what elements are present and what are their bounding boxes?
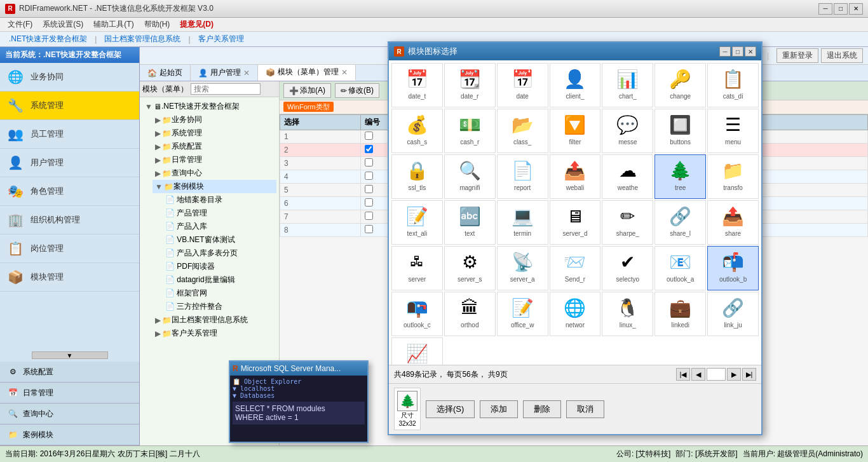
sidebar-item-system[interactable]: 🔧 系统管理 bbox=[0, 92, 139, 120]
tab-land[interactable]: 国土档案管理信息系统 bbox=[98, 32, 187, 46]
add-icon-btn[interactable]: 添加 bbox=[480, 400, 518, 418]
icon-orthod[interactable]: 🏛orthod bbox=[444, 292, 496, 336]
maximize-btn[interactable]: □ bbox=[834, 3, 848, 15]
tab-user-close[interactable]: ✕ bbox=[243, 69, 250, 78]
icon-cash-s[interactable]: 💰cash_s bbox=[391, 109, 443, 153]
icon-date[interactable]: 📅date bbox=[497, 63, 548, 107]
tree-case-child-1[interactable]: 📄 地错案卷目录 bbox=[163, 193, 276, 207]
icon-terminal[interactable]: 💻termin bbox=[497, 200, 548, 245]
row-6-check[interactable] bbox=[365, 198, 373, 207]
icon-link-ju[interactable]: 🔗link_ju bbox=[707, 292, 759, 336]
tree-query[interactable]: ▶📁查询中心 bbox=[153, 166, 276, 180]
page-last[interactable]: ▶| bbox=[742, 368, 756, 381]
icon-class[interactable]: 📂class_ bbox=[497, 109, 548, 153]
row-1-check[interactable] bbox=[365, 132, 373, 140]
sidebar-item-employee[interactable]: 👥 员工管理 bbox=[0, 120, 139, 149]
tree-collaboration[interactable]: ▶📁业务协同 bbox=[153, 113, 276, 126]
tree-root[interactable]: ▼ 🖥 .NET快速开发整合框架 bbox=[142, 100, 276, 113]
icon-server-a[interactable]: 📡server_a bbox=[497, 246, 548, 290]
tree-system[interactable]: ▶📁系统管理 bbox=[153, 126, 276, 140]
tree-case[interactable]: ▼📁案例模块 bbox=[153, 180, 276, 193]
icon-message[interactable]: 💬messe bbox=[602, 109, 653, 153]
icon-change[interactable]: 🔑change bbox=[654, 63, 706, 107]
minimize-btn[interactable]: ─ bbox=[818, 3, 832, 15]
icon-outlook-b[interactable]: 📬outlook_b bbox=[707, 246, 759, 290]
icon-outlook-c[interactable]: 📭outlook_c bbox=[391, 292, 443, 336]
page-first[interactable]: |◀ bbox=[676, 368, 690, 381]
icon-weather[interactable]: ☁weathe bbox=[602, 154, 653, 199]
sidebar-bottom-daily[interactable]: 📅 日常管理 bbox=[0, 383, 139, 404]
close-btn[interactable]: ✕ bbox=[849, 3, 863, 15]
icon-network[interactable]: 🌐networ bbox=[550, 292, 601, 336]
icon-linux[interactable]: 🐧linux_ bbox=[602, 292, 653, 336]
tree-daily[interactable]: ▶📁日常管理 bbox=[153, 153, 276, 166]
delete-icon-btn[interactable]: 删除 bbox=[523, 400, 561, 418]
tree-case-child-2[interactable]: 📄 产品管理 bbox=[163, 207, 276, 220]
icon-sharpen[interactable]: ✏sharpe_ bbox=[602, 200, 653, 245]
icon-magnify[interactable]: 🔍magnifi bbox=[444, 154, 496, 199]
tab-user-mgmt[interactable]: 👤 用户管理 ✕ bbox=[191, 65, 258, 81]
dialog-close[interactable]: ✕ bbox=[745, 46, 756, 57]
relogin-btn[interactable]: 重新登录 bbox=[776, 48, 818, 63]
page-next[interactable]: ▶ bbox=[727, 368, 741, 381]
icon-server-d[interactable]: 🖥server_d bbox=[550, 200, 601, 245]
icon-buttons[interactable]: 🔲buttons bbox=[654, 109, 706, 153]
icon-report[interactable]: 📄report bbox=[497, 154, 548, 199]
edit-btn[interactable]: ✏ 修改(B) bbox=[335, 83, 379, 98]
sidebar-item-module[interactable]: 📦 模块管理 bbox=[0, 263, 139, 292]
tree-case-child-9[interactable]: 📄 三方控件整合 bbox=[163, 300, 276, 313]
tree-case-child-3[interactable]: 📄 产品入库 bbox=[163, 220, 276, 233]
sidebar-item-position[interactable]: 📋 岗位管理 bbox=[0, 234, 139, 263]
tab-module-close[interactable]: ✕ bbox=[341, 68, 348, 77]
menu-file[interactable]: 文件(F) bbox=[3, 18, 37, 31]
tree-case-child-8[interactable]: 📄 框架官网 bbox=[163, 287, 276, 300]
icon-server[interactable]: 🖧server bbox=[391, 246, 443, 290]
icon-webali[interactable]: 📤webali bbox=[550, 154, 601, 199]
window-controls[interactable]: ─ □ ✕ bbox=[818, 3, 863, 15]
icon-share-link[interactable]: 🔗share_l bbox=[654, 200, 706, 245]
icon-date-t[interactable]: 📅date_t bbox=[391, 63, 443, 107]
menu-help[interactable]: 帮助(H) bbox=[139, 18, 175, 31]
menu-tools[interactable]: 辅助工具(T) bbox=[88, 18, 139, 31]
tree-case-child-5[interactable]: 📄 产品入库多表分页 bbox=[163, 247, 276, 260]
icon-cats[interactable]: 📋cats_di bbox=[707, 63, 759, 107]
tab-module-mgmt[interactable]: 📦 模块（菜单）管理 ✕ bbox=[258, 65, 356, 81]
page-prev[interactable]: ◀ bbox=[691, 368, 705, 381]
add-btn[interactable]: ➕ 添加(A) bbox=[283, 83, 331, 98]
tab-crm[interactable]: 客户关系管理 bbox=[192, 32, 250, 46]
icon-chart[interactable]: 📊chart_ bbox=[602, 63, 653, 107]
sidebar-bottom-query[interactable]: 🔍 查询中心 bbox=[0, 404, 139, 425]
search-box[interactable] bbox=[191, 83, 261, 95]
sidebar-item-user[interactable]: 👤 用户管理 bbox=[0, 149, 139, 177]
icon-office[interactable]: 📝office_w bbox=[497, 292, 548, 336]
dialog-maximize[interactable]: □ bbox=[732, 46, 743, 57]
icon-send[interactable]: 📨Send_r bbox=[550, 246, 601, 290]
icon-client[interactable]: 👤client_ bbox=[550, 63, 601, 107]
row-7-check[interactable] bbox=[365, 212, 373, 220]
cancel-btn[interactable]: 取消 bbox=[566, 400, 604, 418]
icon-outlook-a[interactable]: 📧outlook_a bbox=[654, 246, 706, 290]
icon-cash-r[interactable]: 💵cash_r bbox=[444, 109, 496, 153]
select-btn[interactable]: 选择(S) bbox=[426, 400, 475, 418]
tree-land[interactable]: ▶📁国土档案管理信息系统 bbox=[153, 313, 276, 327]
row-3-check[interactable] bbox=[365, 158, 373, 166]
icon-share[interactable]: 📤share bbox=[707, 200, 759, 245]
sidebar-item-org[interactable]: 🏢 组织机构管理 bbox=[0, 206, 139, 234]
menu-feedback[interactable]: 提意见(D) bbox=[175, 18, 219, 31]
icon-menu[interactable]: ☰menu bbox=[707, 109, 759, 153]
icon-ssl[interactable]: 🔒ssl_tls bbox=[391, 154, 443, 199]
icon-filter[interactable]: 🔽filter bbox=[550, 109, 601, 153]
search-input[interactable] bbox=[194, 85, 257, 93]
tab-dotnet[interactable]: .NET快速开发整合框架 bbox=[3, 32, 93, 46]
row-2-check[interactable] bbox=[365, 145, 373, 153]
icon-text[interactable]: 🔤text bbox=[444, 200, 496, 245]
tree-case-child-6[interactable]: 📄 PDF阅读器 bbox=[163, 260, 276, 273]
logout-btn[interactable]: 退出系统 bbox=[821, 48, 863, 63]
icon-date-r[interactable]: 📆date_r bbox=[444, 63, 496, 107]
page-number[interactable]: 3 bbox=[707, 368, 726, 381]
sidebar-item-collaboration[interactable]: 🌐 业务协同 bbox=[0, 63, 139, 92]
tree-case-child-4[interactable]: 📄 VB.NET窗体测试 bbox=[163, 233, 276, 247]
sidebar-item-role[interactable]: 🎭 角色管理 bbox=[0, 177, 139, 206]
row-5-check[interactable] bbox=[365, 185, 373, 193]
row-8-check[interactable] bbox=[365, 225, 373, 233]
